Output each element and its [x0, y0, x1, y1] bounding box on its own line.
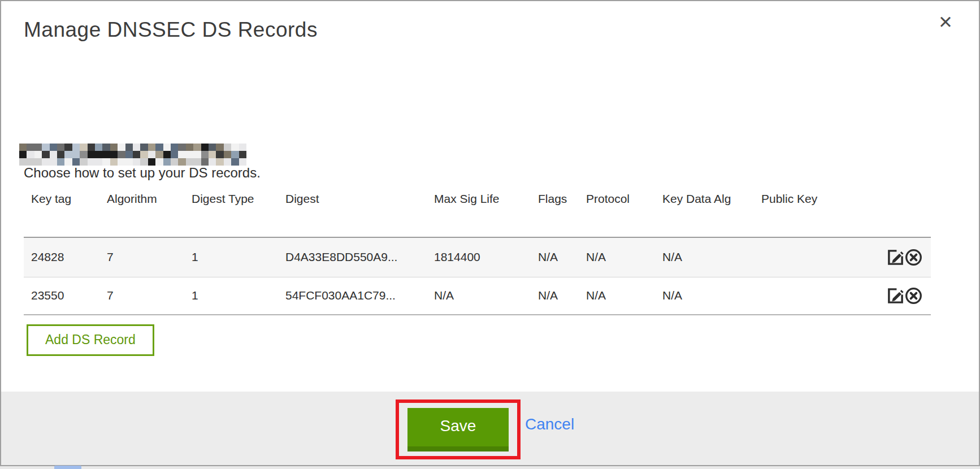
- table-cell: [761, 277, 883, 315]
- column-header: Digest: [285, 185, 434, 237]
- column-header: Public Key: [761, 185, 883, 237]
- table-cell: 7: [107, 237, 192, 277]
- table-cell: N/A: [662, 277, 761, 315]
- background-page-fragment: [54, 466, 81, 469]
- table-cell: N/A: [538, 237, 586, 277]
- column-header: Flags: [538, 185, 586, 237]
- table-cell: 23550: [24, 277, 107, 315]
- table-body: 2482871D4A33E8DD550A9...1814400N/AN/AN/A…: [24, 237, 931, 315]
- table-cell: 1814400: [434, 237, 538, 277]
- add-ds-record-button[interactable]: Add DS Record: [27, 324, 154, 356]
- column-header: [883, 185, 931, 237]
- table-cell: N/A: [586, 237, 662, 277]
- table-row: 235507154FCF030AA1C79...N/AN/AN/AN/A: [24, 277, 931, 315]
- column-header: Key tag: [24, 185, 107, 237]
- table-header-row: Key tagAlgorithmDigest TypeDigestMax Sig…: [24, 185, 931, 237]
- table-cell: 1: [192, 277, 285, 315]
- table-cell: 54FCF030AA1C79...: [285, 277, 434, 315]
- save-button[interactable]: Save: [407, 408, 509, 451]
- table-cell: [761, 237, 883, 277]
- table-row: 2482871D4A33E8DD550A9...1814400N/AN/AN/A: [24, 237, 931, 277]
- table-cell: N/A: [434, 277, 538, 315]
- red-annotation-rectangle: Save: [396, 399, 521, 459]
- manage-dnssec-modal: Manage DNSSEC DS Records ✕ Choose how to…: [0, 0, 980, 466]
- page-title: Manage DNSSEC DS Records: [24, 18, 318, 42]
- ds-records-table: Key tagAlgorithmDigest TypeDigestMax Sig…: [24, 185, 931, 315]
- column-header: Key Data Alg: [662, 185, 761, 237]
- close-icon[interactable]: ✕: [938, 14, 953, 31]
- row-actions: [883, 277, 931, 315]
- table-cell: 7: [107, 277, 192, 315]
- cancel-link[interactable]: Cancel: [525, 415, 574, 433]
- table-cell: N/A: [586, 277, 662, 315]
- setup-instruction-text: Choose how to set up your DS records.: [24, 165, 261, 181]
- table-cell: 24828: [24, 237, 107, 277]
- delete-icon[interactable]: [904, 286, 923, 305]
- footer-bar: Save Cancel: [1, 392, 979, 465]
- row-actions: [883, 237, 931, 277]
- table-cell: D4A33E8DD550A9...: [285, 237, 434, 277]
- table-cell: 1: [192, 237, 285, 277]
- table-cell: N/A: [538, 277, 586, 315]
- delete-icon[interactable]: [904, 248, 923, 267]
- column-header: Protocol: [586, 185, 662, 237]
- column-header: Digest Type: [192, 185, 285, 237]
- column-header: Max Sig Life: [434, 185, 538, 237]
- table-cell: N/A: [662, 237, 761, 277]
- column-header: Algorithm: [107, 185, 192, 237]
- edit-icon[interactable]: [887, 249, 904, 266]
- redacted-domain-name: [19, 144, 246, 166]
- edit-icon[interactable]: [887, 287, 904, 305]
